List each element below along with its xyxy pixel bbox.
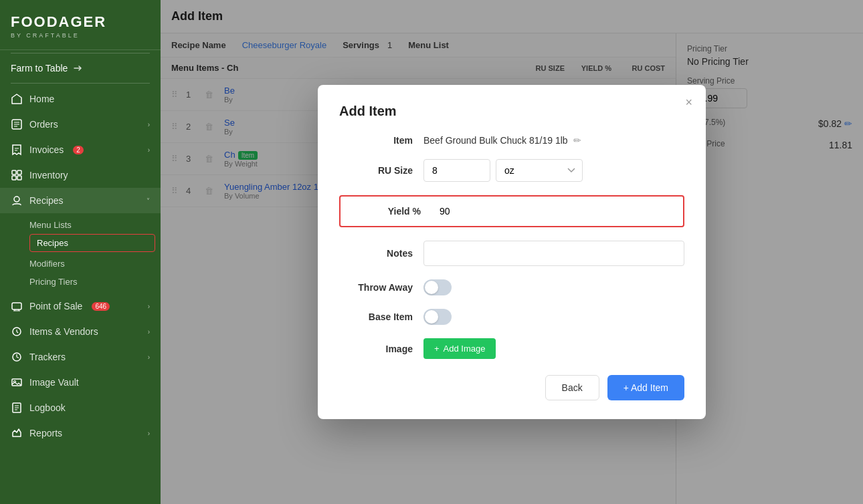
items-vendors-label: Items & Vendors xyxy=(29,326,98,337)
sub-recipes[interactable]: Recipes xyxy=(29,234,155,252)
sidebar-divider xyxy=(11,53,150,53)
orders-icon xyxy=(11,118,23,130)
modal-close-button[interactable]: × xyxy=(685,96,692,110)
inventory-icon xyxy=(11,169,23,181)
image-vault-icon xyxy=(11,376,23,388)
home-icon xyxy=(11,93,23,105)
items-chevron: › xyxy=(148,328,150,336)
pos-badge: 646 xyxy=(92,302,110,311)
base-item-label: Base Item xyxy=(339,311,413,322)
sidebar-item-reports[interactable]: Reports › xyxy=(0,420,161,446)
logbook-icon xyxy=(11,402,23,414)
modal-footer: Back + Add Item xyxy=(339,375,684,400)
svg-point-5 xyxy=(14,197,19,202)
add-image-label: Add Image xyxy=(444,344,486,354)
sidebar-item-home[interactable]: Home xyxy=(0,86,161,112)
trackers-icon xyxy=(11,351,23,363)
yield-input[interactable] xyxy=(432,201,676,222)
sidebar-item-inventory[interactable]: Inventory xyxy=(0,162,161,188)
switch-icon xyxy=(73,64,82,73)
throw-away-row: Throw Away xyxy=(339,279,684,295)
ru-size-label: RU Size xyxy=(339,165,413,176)
ru-size-input[interactable] xyxy=(423,159,490,182)
toggle-knob-base xyxy=(425,310,438,324)
svg-rect-2 xyxy=(17,170,21,174)
add-item-button[interactable]: + Add Item xyxy=(607,375,684,400)
logbook-label: Logbook xyxy=(29,402,66,413)
sub-modifiers[interactable]: Modifiers xyxy=(29,255,161,273)
back-button[interactable]: Back xyxy=(545,375,599,400)
throw-away-label: Throw Away xyxy=(339,282,413,293)
base-item-toggle[interactable] xyxy=(423,309,452,325)
add-item-modal: Add Item × Item Beef Ground Bulk Chuck 8… xyxy=(318,85,706,419)
pos-icon xyxy=(11,300,23,312)
sidebar-item-orders[interactable]: Orders › xyxy=(0,112,161,137)
yield-label: Yield % xyxy=(347,206,421,217)
sidebar-divider-2 xyxy=(11,83,150,84)
logo: FOODAGER BY CRAFTABLE xyxy=(0,0,161,50)
invoices-label: Invoices xyxy=(29,144,64,155)
sub-menu-lists[interactable]: Menu Lists xyxy=(29,216,161,234)
pos-chevron: › xyxy=(148,303,150,310)
invoices-chevron: › xyxy=(148,146,150,154)
svg-rect-4 xyxy=(17,176,21,180)
ru-size-row: RU Size oz lb g xyxy=(339,159,684,182)
orders-label: Orders xyxy=(29,119,58,130)
inventory-label: Inventory xyxy=(29,170,68,180)
logo-name: FOODAGER xyxy=(11,13,150,31)
image-row: Image + Add Image xyxy=(339,338,684,359)
sidebar-item-invoices[interactable]: Invoices 2 › xyxy=(0,137,161,162)
item-edit-icon[interactable]: ✏ xyxy=(573,135,581,146)
sub-pricing-tiers[interactable]: Pricing Tiers xyxy=(29,273,161,291)
items-vendors-icon xyxy=(11,326,23,338)
sidebar-item-trackers[interactable]: Trackers › xyxy=(0,344,161,370)
main-content: Add Item Recipe Name Cheeseburger Royale… xyxy=(161,0,863,504)
recipes-label: Recipes xyxy=(29,195,64,206)
item-value-section: Beef Ground Bulk Chuck 81/19 1lb ✏ xyxy=(423,135,581,146)
sidebar-item-pos[interactable]: Point of Sale 646 › xyxy=(0,293,161,319)
farm-to-table-label[interactable]: Farm to Table xyxy=(0,56,161,80)
svg-rect-3 xyxy=(12,176,16,180)
image-label: Image xyxy=(339,344,413,354)
image-vault-label: Image Vault xyxy=(29,377,79,388)
ru-size-unit-select[interactable]: oz lb g xyxy=(496,159,583,182)
logo-sub: BY CRAFTABLE xyxy=(11,32,150,39)
recipes-chevron: ˅ xyxy=(147,197,150,205)
orders-chevron: › xyxy=(148,121,150,128)
sidebar-item-items-vendors[interactable]: Items & Vendors › xyxy=(0,319,161,344)
sidebar-item-recipes[interactable]: Recipes ˅ xyxy=(0,188,161,213)
modal-title: Add Item xyxy=(339,104,684,119)
recipes-icon xyxy=(11,195,23,207)
reports-label: Reports xyxy=(29,428,62,438)
notes-label: Notes xyxy=(339,248,413,259)
toggle-knob-throw xyxy=(425,281,438,294)
farm-label-text: Farm to Table xyxy=(11,63,68,74)
invoices-badge: 2 xyxy=(73,146,84,154)
sidebar: FOODAGER BY CRAFTABLE Farm to Table Home… xyxy=(0,0,161,504)
trackers-chevron: › xyxy=(148,354,150,361)
invoices-icon xyxy=(11,144,23,156)
svg-rect-6 xyxy=(12,303,21,309)
throw-away-toggle[interactable] xyxy=(423,279,452,295)
sidebar-item-image-vault[interactable]: Image Vault xyxy=(0,370,161,395)
add-image-button[interactable]: + Add Image xyxy=(423,338,496,359)
home-label: Home xyxy=(29,94,54,104)
add-image-plus: + xyxy=(434,344,440,354)
recipes-submenu: Menu Lists Recipes Modifiers Pricing Tie… xyxy=(0,213,161,293)
modal-overlay: Add Item × Item Beef Ground Bulk Chuck 8… xyxy=(161,0,863,504)
yield-row: Yield % xyxy=(339,195,684,227)
notes-input[interactable] xyxy=(423,241,684,266)
reports-chevron: › xyxy=(148,430,150,437)
reports-icon xyxy=(11,427,23,439)
item-value: Beef Ground Bulk Chuck 81/19 1lb xyxy=(423,135,568,146)
base-item-row: Base Item xyxy=(339,309,684,325)
notes-row: Notes xyxy=(339,241,684,266)
pos-label: Point of Sale xyxy=(29,301,82,311)
item-row: Item Beef Ground Bulk Chuck 81/19 1lb ✏ xyxy=(339,135,684,146)
svg-rect-1 xyxy=(12,170,16,174)
item-label: Item xyxy=(339,135,413,146)
trackers-label: Trackers xyxy=(29,352,66,362)
sidebar-item-logbook[interactable]: Logbook xyxy=(0,395,161,420)
ru-size-group: oz lb g xyxy=(423,159,684,182)
